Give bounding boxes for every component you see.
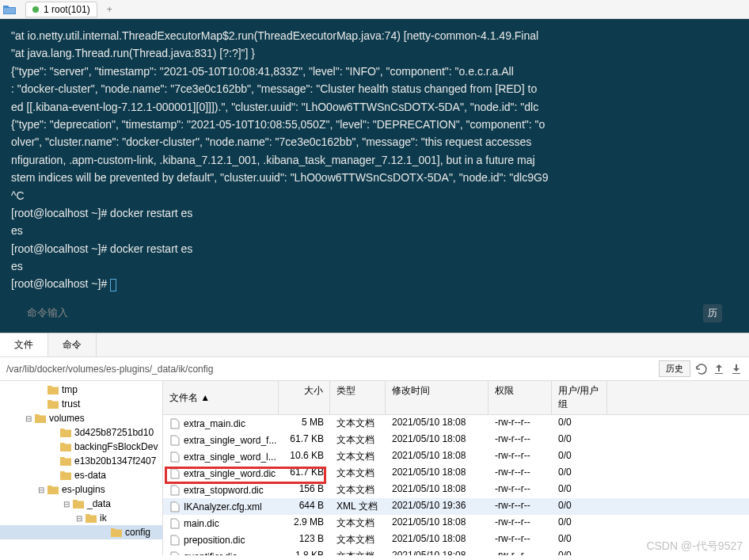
- open-folder-icon[interactable]: [3, 4, 16, 15]
- col-date[interactable]: 修改时间: [386, 381, 489, 414]
- col-size[interactable]: 大小: [279, 381, 330, 414]
- terminal-line: [root@localhost ~]# docker restart es: [11, 204, 738, 222]
- command-placeholder: 命令输入: [27, 305, 68, 322]
- session-tab[interactable]: 1 root(101): [25, 2, 97, 17]
- file-row[interactable]: extra_main.dic5 MB文本文档2021/05/10 18:08-r…: [163, 415, 749, 432]
- watermark: CSDN @-代号9527: [646, 539, 743, 554]
- tree-item[interactable]: es-data: [0, 468, 162, 482]
- upload-icon[interactable]: [713, 363, 725, 375]
- file-row[interactable]: extra_single_word_l...10.6 KB文本文档2021/05…: [163, 448, 749, 465]
- tree-item[interactable]: ⊟es-plugins: [0, 482, 162, 497]
- terminal-line: [root@localhost ~]# docker restart es: [11, 240, 738, 257]
- tree-item[interactable]: ⊟_data: [0, 497, 162, 511]
- panel-tabs: 文件 命令: [0, 333, 749, 357]
- tree-item[interactable]: ⊟volumes: [0, 411, 162, 425]
- folder-tree[interactable]: tmptrust⊟volumes3d425b87251bd10backingFs…: [0, 381, 163, 555]
- terminal-line: [root@localhost ~]#: [11, 275, 738, 292]
- path-bar: /var/lib/docker/volumes/es-plugins/_data…: [0, 357, 749, 381]
- col-type[interactable]: 类型: [330, 381, 386, 414]
- add-tab-button[interactable]: +: [101, 4, 119, 15]
- history-dropdown[interactable]: 历史: [659, 360, 690, 377]
- tree-item[interactable]: tmp: [0, 383, 162, 397]
- terminal-line: : "docker-cluster", "node.name": "7ce3e0…: [11, 80, 738, 97]
- terminal-line: es: [11, 257, 738, 275]
- terminal-line: ^C: [11, 187, 738, 204]
- terminal-line: es: [11, 222, 738, 239]
- tab-title: 1 root(101): [44, 4, 90, 15]
- terminal-line: "at io.netty.util.internal.ThreadExecuto…: [11, 27, 738, 44]
- tab-commands[interactable]: 命令: [48, 333, 97, 356]
- file-list-header: 文件名 ▲ 大小 类型 修改时间 权限 用户/用户组: [163, 381, 749, 415]
- refresh-icon[interactable]: [695, 363, 708, 375]
- tree-item[interactable]: e13b20b1347f2407: [0, 454, 162, 468]
- col-perm[interactable]: 权限: [489, 381, 552, 414]
- terminal-line: "at java.lang.Thread.run(Thread.java:831…: [11, 44, 738, 62]
- file-list[interactable]: 文件名 ▲ 大小 类型 修改时间 权限 用户/用户组 extra_main.di…: [163, 381, 749, 555]
- file-area: tmptrust⊟volumes3d425b87251bd10backingFs…: [0, 381, 749, 555]
- file-row[interactable]: IKAnalyzer.cfg.xml644 BXML 文档2021/05/10 …: [163, 498, 749, 515]
- command-input-bar[interactable]: 命令输入 历: [11, 301, 738, 326]
- col-owner[interactable]: 用户/用户组: [552, 381, 607, 414]
- file-row[interactable]: extra_single_word_f...61.7 KB文本文档2021/05…: [163, 432, 749, 448]
- terminal-line: stem indices will be prevented by defaul…: [11, 169, 738, 186]
- terminal-line: nfiguration, .apm-custom-link, .kibana_7…: [11, 151, 738, 169]
- tree-item[interactable]: trust: [0, 397, 162, 411]
- file-row[interactable]: extra_stopword.dic156 B文本文档2021/05/10 18…: [163, 482, 749, 498]
- current-path: /var/lib/docker/volumes/es-plugins/_data…: [6, 364, 659, 375]
- terminal-line: {"type": "deprecation", "timestamp": "20…: [11, 116, 738, 133]
- file-row[interactable]: extra_single_word.dic61.7 KB文本文档2021/05/…: [163, 465, 749, 482]
- tree-item[interactable]: ⊟ik: [0, 511, 162, 525]
- terminal-line: ed [[.kibana-event-log-7.12.1-000001][0]…: [11, 98, 738, 116]
- file-row[interactable]: main.dic2.9 MB文本文档2021/05/10 18:08-rw-r-…: [163, 515, 749, 531]
- tab-files[interactable]: 文件: [0, 333, 48, 356]
- lower-panel: 文件 命令 /var/lib/docker/volumes/es-plugins…: [0, 333, 749, 555]
- terminal-output[interactable]: "at io.netty.util.internal.ThreadExecuto…: [0, 19, 749, 333]
- history-button[interactable]: 历: [703, 304, 722, 322]
- col-name[interactable]: 文件名 ▲: [163, 381, 279, 414]
- top-bar: 1 root(101) +: [0, 0, 749, 19]
- status-dot-icon: [32, 6, 39, 13]
- tree-item[interactable]: 3d425b87251bd10: [0, 425, 162, 440]
- download-icon[interactable]: [730, 363, 743, 375]
- tree-item[interactable]: backingFsBlockDev: [0, 440, 162, 454]
- tree-item[interactable]: config: [0, 525, 162, 539]
- terminal-line: olver", "cluster.name": "docker-cluster"…: [11, 133, 738, 150]
- terminal-line: {"type": "server", "timestamp": "2021-05…: [11, 63, 738, 80]
